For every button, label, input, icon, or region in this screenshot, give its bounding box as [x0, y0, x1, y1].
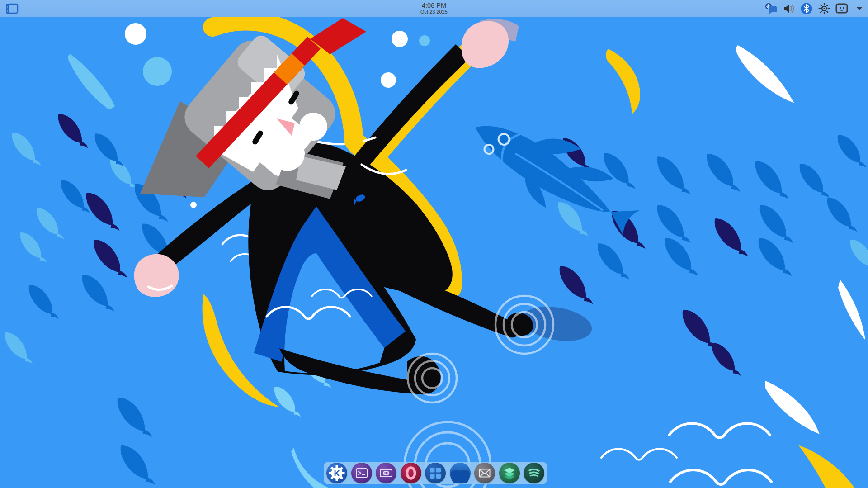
brightness-icon — [818, 2, 830, 15]
notifications-icon — [765, 3, 778, 14]
spotify-icon[interactable] — [524, 463, 544, 483]
screen-button[interactable] — [835, 2, 849, 15]
expand-tray-button[interactable] — [853, 2, 866, 15]
mail-icon[interactable] — [474, 463, 495, 483]
volume-icon — [783, 3, 795, 14]
dock: K — [324, 462, 547, 484]
brightness-button[interactable] — [817, 2, 831, 15]
screen-app-icon[interactable] — [376, 463, 396, 483]
chevron-down-icon — [855, 6, 863, 11]
system-tray — [764, 0, 866, 17]
svg-text:K: K — [334, 469, 340, 478]
opera-icon[interactable] — [401, 463, 421, 483]
notifications-button[interactable] — [764, 2, 778, 15]
bluetooth-icon — [800, 2, 813, 15]
monitor-face-icon — [835, 3, 849, 14]
app-grid-icon[interactable] — [425, 463, 446, 483]
volume-button[interactable] — [782, 2, 796, 15]
terminal-icon[interactable] — [351, 463, 372, 483]
digital-clock[interactable]: 4:08 PM Oct 23 2025 — [0, 0, 868, 17]
clock-date: Oct 23 2025 — [420, 9, 448, 14]
layers-app-icon[interactable] — [499, 463, 520, 483]
clock-time: 4:08 PM — [422, 2, 446, 9]
files-icon[interactable] — [450, 463, 471, 483]
top-panel: 4:08 PM Oct 23 2025 — [0, 0, 868, 17]
kde-launcher-icon[interactable]: K — [326, 463, 347, 483]
bluetooth-button[interactable] — [800, 2, 813, 15]
desktop-wallpaper[interactable] — [0, 0, 868, 488]
wallpaper-art — [0, 0, 868, 488]
